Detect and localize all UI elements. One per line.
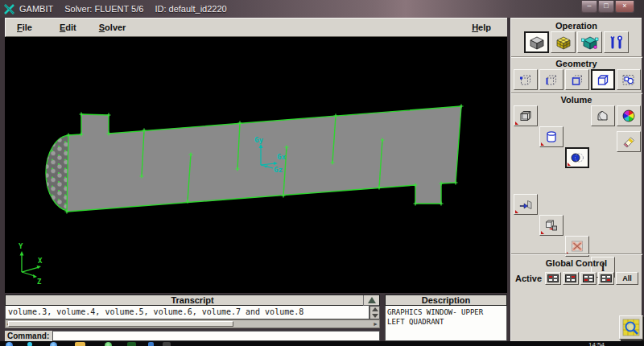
quadrant-bottom-left-icon (583, 274, 594, 282)
viewport-quadrant-bottom-left-button[interactable] (580, 272, 597, 285)
grid-app-icon[interactable] (127, 342, 136, 346)
transcript-hscrollbar[interactable]: ◄ ► (5, 319, 380, 328)
scroll-right-icon[interactable]: ► (372, 321, 379, 327)
global-control-title: Global Control (511, 258, 642, 268)
transcript-log[interactable]: volume.3, volume.4, volume.5, volume.6, … (5, 306, 369, 319)
transcript-panel: Transcript volume.3, volume.4, volume.5,… (5, 295, 380, 328)
split-icon (544, 219, 559, 232)
boolean-circles-icon (570, 151, 584, 164)
volume-color-button[interactable] (617, 105, 641, 126)
scroll-up-icon (372, 307, 378, 311)
connect-icon (570, 240, 584, 253)
taskbar[interactable]: 14:54 (0, 341, 644, 346)
geometry-group-button[interactable] (617, 69, 641, 90)
svg-text:Gx: Gx (277, 153, 286, 161)
browser-icon[interactable] (50, 342, 57, 346)
gambit-logo-icon (4, 4, 14, 14)
eraser-icon (621, 135, 636, 148)
volume-create-box-button[interactable] (514, 105, 538, 126)
volume-blend-button[interactable] (591, 105, 615, 126)
dark-app-icon[interactable] (163, 342, 171, 346)
svg-text:Y: Y (19, 242, 23, 250)
mesh-cube-icon (555, 35, 572, 50)
operation-zones-button[interactable] (577, 31, 602, 53)
volume-delete-button[interactable] (617, 131, 641, 152)
minimize-button[interactable]: – (581, 1, 597, 13)
geometry-edge-button[interactable] (539, 69, 564, 90)
command-row: Command: (5, 331, 380, 341)
volume-cube-icon (596, 73, 610, 86)
cube-icon (528, 35, 546, 50)
command-label: Command: (5, 332, 52, 340)
taskbar-app-icon[interactable] (27, 342, 32, 346)
transcript-title: Transcript (171, 295, 213, 305)
command-input[interactable] (52, 331, 380, 341)
taskbar-clock: 14:54 (588, 341, 605, 346)
operation-tools-button[interactable] (604, 31, 629, 53)
close-button[interactable]: × (615, 1, 634, 13)
window-solver-label: Solver: FLUENT 5/6 (64, 4, 143, 14)
box-icon (518, 109, 533, 122)
volume-section-title: Volume (511, 95, 642, 105)
transcript-header: Transcript (5, 295, 380, 306)
menu-help[interactable]: Help (467, 21, 496, 34)
operation-panel: Operation (510, 18, 642, 341)
description-text: GRAPHICS WINDOW- UPPER LEFT QUADRANT (385, 306, 507, 341)
menu-edit[interactable]: Edit (55, 21, 81, 34)
volume-split-button[interactable] (539, 215, 564, 236)
cylinder-icon (544, 130, 559, 143)
viewport-quadrant-bottom-right-button[interactable] (598, 272, 614, 285)
hscroll-thumb[interactable] (8, 321, 233, 327)
model-shell (67, 106, 461, 212)
graphics-viewport[interactable]: Gy Gx Gz Y X Z (5, 37, 507, 293)
description-title: Description (422, 295, 471, 305)
menu-solver[interactable]: Solver (94, 21, 131, 34)
small-app-icon[interactable] (148, 342, 154, 346)
edge-icon (544, 73, 559, 86)
geometry-volume-button[interactable] (591, 69, 615, 90)
scroll-down-icon (372, 314, 378, 318)
color-wheel-icon (621, 109, 636, 122)
examine-zoom-icon (621, 318, 641, 337)
quadrant-top-right-icon (565, 274, 576, 282)
volume-create-cylinder-button[interactable] (539, 126, 564, 147)
active-label: Active (515, 274, 542, 283)
viewport-quadrant-top-right-button[interactable] (563, 272, 579, 285)
quadrant-top-left-icon (547, 274, 559, 282)
volume-move-copy-button[interactable] (514, 194, 538, 215)
quadrant-bottom-right-icon (601, 274, 612, 282)
operation-section-title: Operation (511, 21, 642, 31)
window-session-id: ID: default_id2220 (155, 4, 226, 14)
start-orb-icon[interactable] (6, 342, 13, 346)
green-app-icon[interactable] (105, 342, 112, 346)
volume-boolean-button[interactable] (565, 147, 589, 168)
description-header: Description (385, 295, 507, 306)
operation-geometry-button[interactable] (524, 31, 549, 53)
description-panel: Description GRAPHICS WINDOW- UPPER LEFT … (385, 295, 507, 341)
viewport-quadrant-top-left-button[interactable] (545, 272, 561, 285)
heat-exchanger-model: Gy Gx Gz Y X Z (5, 37, 507, 293)
svg-text:X: X (38, 257, 43, 265)
operation-mesh-button[interactable] (551, 31, 576, 53)
blend-icon (596, 109, 610, 122)
svg-text:Z: Z (37, 278, 42, 286)
svg-text:Gy: Gy (254, 136, 263, 144)
geometry-vertex-button[interactable] (514, 69, 538, 90)
viewport-all-button[interactable]: All (616, 272, 638, 285)
geometry-face-button[interactable] (565, 69, 589, 90)
zones-cube-icon (581, 35, 599, 50)
transcript-expand-button[interactable] (363, 295, 379, 306)
gambit-window: GAMBIT Solver: FLUENT 5/6 ID: default_id… (0, 0, 644, 346)
face-icon (570, 73, 584, 86)
move-copy-icon (518, 198, 533, 211)
titlebar[interactable]: GAMBIT Solver: FLUENT 5/6 ID: default_id… (0, 0, 644, 18)
svg-text:Gz: Gz (274, 166, 283, 174)
up-arrow-icon (368, 297, 376, 303)
folder-icon[interactable] (75, 342, 85, 346)
menu-file[interactable]: File (12, 21, 37, 34)
transcript-vscrollbar[interactable] (369, 306, 380, 319)
maximize-button[interactable]: □ (598, 1, 614, 13)
examine-zoom-button[interactable] (619, 315, 643, 340)
window-app-name: GAMBIT (19, 4, 53, 14)
menubar: File Edit Solver Help (5, 18, 507, 37)
